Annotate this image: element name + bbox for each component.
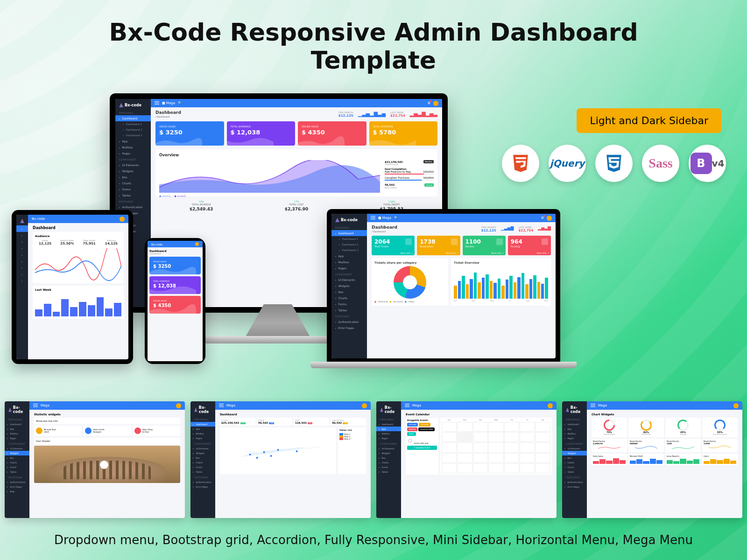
ticket-overview-panel: Ticket Overview JanMarMayJulSepNov [451, 258, 551, 306]
overview-panel: Overview series1series2 $21,150,542Month… [155, 149, 437, 196]
sidebar-badge: Light and Dark Sidebar [577, 108, 721, 133]
svg-point-5 [270, 455, 272, 457]
svg-point-3 [296, 450, 297, 452]
resolve-tile[interactable]: 1100ResolveMore Info → [463, 236, 506, 255]
topbar: ■ Mega 🔍 ⚙ [151, 99, 442, 107]
total-tickets-tile[interactable]: 2064Total TicketsMore Info → [372, 236, 415, 255]
html5-icon [502, 145, 539, 182]
css3-icon [595, 145, 633, 182]
svg-point-0 [249, 454, 251, 455]
tickets-share-panel: Tickets share per category ●Technical ●A… [372, 258, 448, 306]
phone-mockup: Bx-code Dashboard / Dashboard GROSS SALE… [145, 238, 205, 364]
sidebar: Bx-code PERSONAL Dashboard Dashboard 1 D… [331, 214, 367, 358]
donut-chart [394, 266, 426, 299]
pending-tile[interactable]: 964PendingMore Info → [508, 236, 551, 255]
earnings-card[interactable]: TOTAL EARNINGS$ 12,038 [227, 121, 296, 146]
responded-tile[interactable]: 1738RespondedMore Info → [417, 236, 460, 255]
expenses-card[interactable]: TOTAL EXPENSES$ 5780 [369, 121, 438, 146]
sass-icon: Sass [642, 145, 679, 182]
search-icon[interactable]: 🔍 [178, 101, 182, 105]
avatar[interactable] [433, 101, 438, 106]
sidebar-dashboard[interactable]: Dashboard [115, 115, 151, 121]
gross-sales-card[interactable]: GROSS SALES$ 3250 [155, 121, 224, 146]
menu-icon[interactable] [155, 101, 159, 105]
page-title: Bx-Code Responsive Admin DashboardTempla… [0, 0, 747, 75]
notification-icon[interactable]: ⚙ [428, 101, 430, 105]
footer-features: Dropdown menu, Bootstrap grid, Accordion… [0, 533, 747, 547]
bar-chart [454, 266, 548, 299]
laptop-mockup: Bx-code PERSONAL Dashboard Dashboard 1 D… [327, 209, 560, 363]
tablet-mockup: Bx-code Dashboard Audience Users12,125 B… [12, 210, 133, 364]
tech-stack: jQuery Sass Bv4 [502, 145, 726, 182]
online-sales-card[interactable]: ONLINE SALES$ 4350 [298, 121, 366, 146]
svg-point-1 [263, 451, 265, 453]
bootstrap-icon: Bv4 [689, 145, 726, 182]
svg-point-4 [256, 457, 258, 459]
overview-chart: series1series2 [159, 160, 380, 193]
jquery-icon: jQuery [549, 145, 586, 182]
mega-menu[interactable]: ■ Mega [162, 101, 175, 105]
stat-cards: GROSS SALES$ 3250 TOTAL EARNINGS$ 12,038… [155, 121, 437, 146]
preview-thumbnails: Bx-codePERSONALDashboardAppMailboxPagesC… [5, 401, 742, 518]
logo[interactable]: Bx-code [115, 101, 151, 110]
svg-point-2 [277, 449, 279, 451]
